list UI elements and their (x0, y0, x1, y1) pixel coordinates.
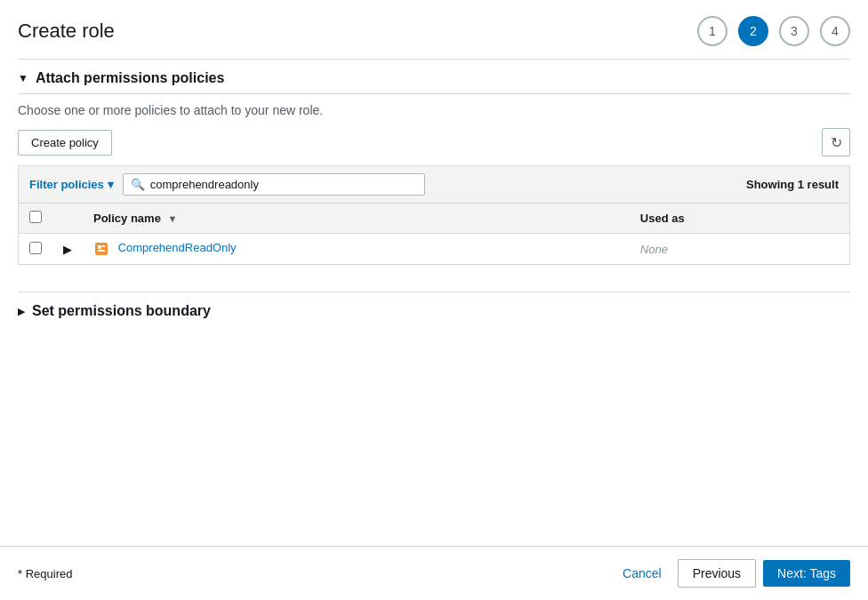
step-1: 1 (697, 16, 727, 46)
row-checkbox-cell (19, 234, 53, 265)
boundary-chevron-icon: ▶ (18, 306, 25, 317)
boundary-section-title: Set permissions boundary (32, 303, 211, 319)
row-expand-cell[interactable]: ▶ (52, 234, 83, 265)
previous-button[interactable]: Previous (678, 559, 756, 588)
filter-left: Filter policies ▾ 🔍 (29, 173, 425, 196)
search-input[interactable] (150, 178, 417, 191)
table-row: ▶ ComprehendReadOnly None (19, 234, 850, 265)
select-all-checkbox[interactable] (29, 211, 42, 223)
toolbar-row: Create policy ↻ (18, 128, 850, 156)
svg-rect-2 (102, 245, 106, 247)
attach-section-title: Attach permissions policies (36, 70, 225, 86)
boundary-section-header[interactable]: ▶ Set permissions boundary (18, 292, 850, 330)
filter-policies-button[interactable]: Filter policies ▾ (29, 178, 114, 191)
filter-row: Filter policies ▾ 🔍 Showing 1 result (18, 165, 850, 203)
th-expand (52, 204, 83, 234)
page-title: Create role (18, 20, 115, 43)
expand-icon: ▶ (63, 243, 72, 256)
page-header: Create role 1 2 3 4 (0, 0, 868, 59)
step-indicators: 1 2 3 4 (697, 16, 850, 46)
svg-rect-0 (95, 243, 108, 255)
next-button[interactable]: Next: Tags (763, 560, 850, 587)
search-icon: 🔍 (131, 178, 145, 191)
policy-icon (93, 241, 109, 257)
row-policy-name-cell: ComprehendReadOnly (83, 234, 630, 265)
svg-rect-3 (98, 250, 105, 252)
policy-name-label: Policy name (93, 212, 161, 225)
refresh-icon: ↻ (831, 134, 842, 151)
step-3: 3 (779, 16, 809, 46)
refresh-button[interactable]: ↻ (822, 128, 850, 156)
row-checkbox[interactable] (29, 242, 42, 254)
filter-chevron-icon: ▾ (108, 178, 114, 191)
table-header-row: Policy name ▼ Used as (19, 204, 850, 234)
boundary-section: ▶ Set permissions boundary (18, 292, 850, 330)
policy-name-link[interactable]: ComprehendReadOnly (118, 241, 237, 254)
step-2: 2 (738, 16, 768, 46)
required-label: * Required (18, 567, 72, 580)
th-checkbox (19, 204, 53, 234)
used-as-value: None (640, 243, 668, 256)
search-container: 🔍 (123, 173, 425, 196)
section-description: Choose one or more policies to attach to… (18, 103, 850, 117)
cancel-button[interactable]: Cancel (614, 561, 671, 586)
filter-policies-label: Filter policies (29, 178, 104, 191)
create-policy-button[interactable]: Create policy (18, 130, 112, 156)
footer-actions: Cancel Previous Next: Tags (614, 559, 850, 588)
main-content: ▼ Attach permissions policies Choose one… (0, 59, 868, 330)
svg-rect-1 (98, 245, 101, 249)
sort-icon: ▼ (168, 213, 178, 224)
row-used-as-cell: None (630, 234, 850, 265)
th-used-as: Used as (630, 204, 850, 234)
used-as-label: Used as (640, 212, 685, 225)
step-4: 4 (820, 16, 850, 46)
page-footer: * Required Cancel Previous Next: Tags (0, 546, 868, 600)
attach-section-header[interactable]: ▼ Attach permissions policies (18, 59, 850, 94)
th-policy-name[interactable]: Policy name ▼ (83, 204, 630, 234)
policies-table: Policy name ▼ Used as ▶ (18, 203, 850, 265)
showing-result-label: Showing 1 result (746, 178, 839, 191)
chevron-down-icon: ▼ (18, 72, 28, 84)
